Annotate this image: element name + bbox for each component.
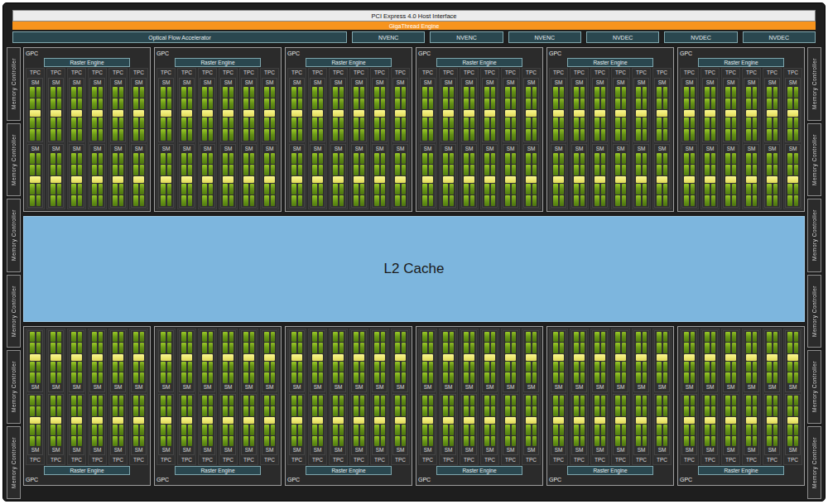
sm-core-row — [311, 332, 324, 342]
core-unit — [553, 362, 558, 372]
tpc-block: SMSMTPC — [632, 329, 651, 465]
sm-core-row — [201, 184, 214, 194]
core-unit — [663, 184, 668, 194]
tpc-label: TPC — [570, 69, 588, 77]
sm-core-row — [504, 165, 517, 175]
core-unit — [181, 332, 186, 342]
sm-block: SM — [372, 78, 388, 142]
core-unit — [360, 195, 365, 206]
sm-label: SM — [91, 447, 104, 454]
core-unit — [773, 396, 778, 406]
core-unit — [484, 396, 489, 406]
core-unit — [243, 87, 248, 98]
core-unit — [643, 343, 647, 353]
sm-core-row — [243, 98, 255, 109]
sm-core-row — [160, 87, 172, 98]
core-unit — [119, 436, 124, 446]
sm-core-row — [373, 98, 386, 109]
core-unit — [615, 129, 620, 140]
core-unit — [99, 406, 104, 416]
core-unit — [553, 87, 558, 98]
core-unit — [794, 436, 799, 446]
sm-core-row — [525, 343, 537, 353]
core-unit — [443, 343, 448, 353]
sm-label: SM — [353, 79, 365, 86]
core-unit — [181, 129, 186, 140]
special-unit-bar — [202, 417, 213, 424]
tpc-block: TPCSMSM — [742, 68, 761, 209]
sm-core-row — [373, 129, 386, 140]
sm-block: SM — [523, 330, 539, 392]
tpc-label: TPC — [26, 456, 44, 464]
core-unit — [615, 153, 620, 164]
tpc-block: SMSMTPC — [67, 329, 86, 465]
tpc-block: SMSMTPC — [418, 329, 437, 465]
sm-core-row — [463, 362, 475, 372]
sm-label: SM — [421, 146, 434, 152]
core-unit — [787, 87, 792, 98]
sm-core-row — [332, 87, 344, 98]
special-unit-bar — [161, 176, 171, 183]
gpc-label: GPC — [549, 476, 672, 483]
sm-block: SM — [723, 330, 739, 392]
core-unit — [312, 425, 317, 434]
sm-core-row — [311, 396, 324, 406]
core-unit — [119, 165, 124, 175]
sm-core-row — [787, 362, 799, 372]
core-unit — [580, 98, 585, 109]
core-unit — [78, 87, 83, 98]
tpc-label: TPC — [591, 456, 609, 464]
sm-core-row — [50, 396, 62, 406]
core-unit — [505, 184, 510, 194]
core-unit — [422, 436, 427, 446]
core-unit — [560, 87, 565, 98]
tpc-label: TPC — [199, 69, 216, 77]
core-unit — [622, 343, 627, 353]
core-unit — [113, 118, 118, 128]
core-unit — [484, 343, 489, 353]
sm-label: SM — [573, 79, 585, 86]
core-unit — [753, 425, 758, 434]
sm-core-row — [573, 406, 585, 416]
sm-label: SM — [552, 447, 565, 454]
sm-label: SM — [766, 146, 778, 152]
sm-core-row — [160, 396, 172, 406]
core-unit — [526, 406, 531, 416]
sm-core-row — [525, 425, 537, 434]
sm-label: SM — [724, 79, 737, 86]
tpc-block: SMSMTPC — [308, 329, 327, 465]
special-unit-bar — [181, 354, 192, 361]
core-unit — [188, 98, 193, 109]
tpc-label: TPC — [481, 456, 498, 464]
tpc-label: TPC — [350, 69, 368, 77]
core-unit — [402, 425, 407, 434]
special-unit-bar — [395, 110, 406, 117]
core-unit — [167, 184, 172, 194]
core-unit — [657, 372, 662, 382]
sm-label: SM — [504, 384, 517, 391]
core-unit — [229, 406, 234, 416]
tpc-block: SMSMTPC — [177, 329, 196, 465]
sm-label: SM — [201, 447, 214, 454]
sm-core-row — [787, 406, 799, 416]
core-unit — [202, 98, 207, 109]
core-unit — [188, 436, 193, 446]
core-unit — [491, 406, 496, 416]
sm-core-row — [573, 129, 585, 140]
core-unit — [319, 129, 324, 140]
sm-core-row — [745, 396, 758, 406]
core-unit — [422, 118, 427, 128]
core-unit — [711, 396, 716, 406]
core-unit — [443, 396, 448, 406]
sm-core-row — [525, 129, 537, 140]
tpc-block: SMSMTPC — [329, 329, 348, 465]
core-unit — [92, 406, 97, 416]
core-unit — [553, 396, 558, 406]
core-unit — [512, 87, 517, 98]
core-unit — [339, 129, 344, 140]
core-unit — [354, 184, 359, 194]
sm-core-row — [243, 372, 255, 382]
core-unit — [684, 406, 689, 416]
core-unit — [636, 343, 641, 353]
sm-label: SM — [263, 146, 276, 152]
